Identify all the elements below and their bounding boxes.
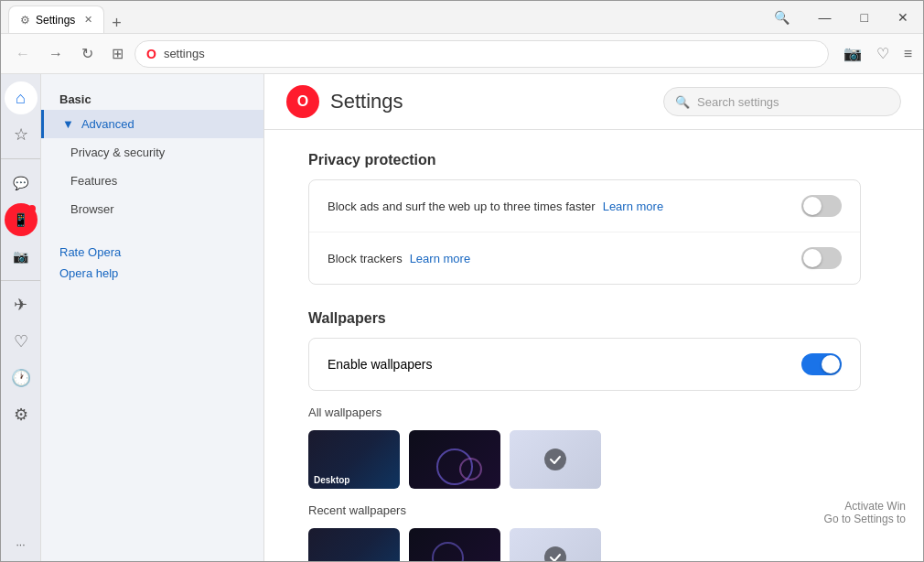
minimize-button[interactable]: — (811, 6, 839, 28)
sidebar-divider-2 (1, 280, 40, 281)
search-icon: 🔍 (675, 95, 690, 109)
activate-watermark: Activate Win Go to Settings to (824, 500, 906, 525)
content-area: O Settings 🔍 Search settings Privacy pro… (264, 74, 923, 561)
advanced-nav-item[interactable]: ▼ Advanced (41, 110, 263, 138)
search-button[interactable]: 🔍 (767, 6, 797, 28)
recent-selected-check-icon (543, 545, 568, 561)
block-ads-text: Block ads and surf the web up to three t… (328, 200, 663, 213)
back-button[interactable]: ← (8, 42, 38, 66)
recent-wallpaper-dark[interactable] (308, 528, 400, 561)
favorites-button[interactable]: ♡ (873, 41, 893, 66)
block-ads-toggle-knob (803, 197, 822, 215)
features-nav-item[interactable]: Features (41, 167, 263, 195)
sidebar-whatsapp-wrapper: 📱 (5, 203, 38, 236)
recent-wp-light-overlay (510, 528, 601, 561)
address-text: settings (164, 47, 205, 60)
tab-close-button[interactable]: ✕ (84, 14, 92, 26)
enable-wallpapers-toggle[interactable] (801, 353, 842, 375)
privacy-security-nav-item[interactable]: Privacy & security (41, 138, 263, 167)
block-trackers-learn-more[interactable]: Learn more (410, 252, 470, 265)
wp-dark-label: Desktop (314, 475, 349, 485)
content-inner: Privacy protection Block ads and surf th… (264, 130, 905, 561)
active-tab[interactable]: ⚙ Settings ✕ (8, 5, 104, 33)
opera-help-link[interactable]: Opera help (59, 266, 245, 280)
sidebar-bookmarks-button[interactable]: ☆ (5, 118, 38, 151)
svg-point-0 (544, 449, 566, 470)
wallpapers-card: Enable wallpapers (308, 338, 861, 391)
settings-body: ⌂ ☆ 💬 📱 📷 ✈ ♡ 🕐 ⚙ ··· Basic ▼ Advanced (1, 74, 923, 561)
all-wallpapers-container: All wallpapers Desktop (308, 405, 861, 489)
recent-wp-dark-bg (308, 528, 400, 561)
block-trackers-text: Block trackers Learn more (328, 252, 470, 265)
wp-light-bg (510, 430, 601, 489)
sidebar-instagram-button[interactable]: 📷 (5, 240, 38, 273)
block-ads-toggle[interactable] (801, 195, 842, 217)
wallpapers-section-title: Wallpapers (308, 310, 861, 327)
all-wallpapers-grid: Desktop (308, 430, 861, 489)
enable-wallpapers-row: Enable wallpapers (309, 339, 860, 390)
camera-button[interactable]: 📷 (840, 41, 865, 66)
advanced-label: Advanced (81, 117, 134, 131)
recent-wp-circle-1 (432, 542, 464, 561)
recent-wallpaper-abstract[interactable] (409, 528, 500, 561)
recent-wallpapers-grid (308, 528, 861, 561)
recent-wp-light-bg (510, 528, 601, 561)
wp-light-overlay (510, 430, 601, 489)
wallpaper-light-selected[interactable] (510, 430, 601, 489)
sidebar-news-button[interactable]: ✈ (5, 288, 38, 321)
search-settings-input[interactable]: 🔍 Search settings (663, 87, 901, 116)
new-tab-button[interactable]: + (104, 14, 129, 33)
rate-opera-link[interactable]: Rate Opera (59, 245, 245, 259)
features-label: Features (70, 174, 117, 188)
selected-check-icon (543, 447, 568, 472)
sidebar-toggle-button[interactable]: ≡ (900, 42, 916, 66)
settings-title-area: O Settings (286, 85, 403, 118)
browser-label: Browser (70, 202, 114, 216)
browser-nav-item[interactable]: Browser (41, 195, 263, 223)
maximize-button[interactable]: □ (854, 6, 876, 28)
close-button[interactable]: ✕ (890, 6, 916, 28)
block-ads-learn-more[interactable]: Learn more (603, 200, 663, 213)
wallpaper-abstract[interactable] (409, 430, 500, 489)
settings-header: O Settings 🔍 Search settings (264, 74, 923, 130)
window-controls: 🔍 — □ ✕ (767, 6, 916, 28)
block-trackers-label: Block trackers (328, 252, 403, 265)
address-bar[interactable]: O settings (134, 40, 829, 68)
titlebar: ⚙ Settings ✕ + 🔍 — □ ✕ (1, 1, 923, 34)
wp-circle-2 (459, 458, 482, 481)
activate-line1: Activate Win (824, 500, 906, 513)
recent-wallpapers-container: Recent wallpapers (308, 503, 861, 561)
wp-dark-bg: Desktop (308, 430, 400, 489)
sidebar-more-button[interactable]: ··· (5, 528, 38, 561)
block-trackers-toggle-knob (803, 249, 822, 267)
nav-links: Rate Opera Opera help (41, 231, 263, 295)
sidebar-settings-button[interactable]: ⚙ (5, 398, 38, 431)
privacy-section-title: Privacy protection (308, 152, 861, 168)
wallpaper-dark-desktop[interactable]: Desktop (308, 430, 400, 489)
forward-button[interactable]: → (41, 42, 70, 66)
basic-section-label: Basic (41, 89, 263, 110)
sidebar-home-button[interactable]: ⌂ (5, 81, 38, 114)
sidebar-history-button[interactable]: 🕐 (5, 362, 38, 394)
opera-logo: O (286, 85, 319, 118)
block-trackers-toggle[interactable] (801, 247, 842, 269)
opera-address-icon: O (146, 47, 156, 61)
recent-wallpaper-light-selected[interactable] (510, 528, 601, 561)
sidebar-messenger-button[interactable]: 💬 (5, 167, 38, 200)
refresh-button[interactable]: ↻ (74, 41, 101, 66)
block-ads-label: Block ads and surf the web up to three t… (328, 200, 596, 213)
tab-settings-icon: ⚙ (20, 14, 30, 27)
all-wallpapers-label: All wallpapers (308, 405, 861, 419)
wallpapers-section: Wallpapers Enable wallpapers All wallpap… (308, 310, 861, 561)
nav-panel: Basic ▼ Advanced Privacy & security Feat… (41, 74, 264, 561)
search-placeholder: Search settings (697, 95, 779, 109)
block-ads-row: Block ads and surf the web up to three t… (309, 180, 860, 232)
block-trackers-row: Block trackers Learn more (309, 232, 860, 284)
navbar: ← → ↻ ⊞ O settings 📷 ♡ ≡ (1, 34, 923, 74)
privacy-protection-section: Privacy protection Block ads and surf th… (308, 152, 861, 285)
tab-label: Settings (36, 14, 75, 27)
sidebar-icons: ⌂ ☆ 💬 📱 📷 ✈ ♡ 🕐 ⚙ ··· (1, 74, 41, 561)
grid-view-button[interactable]: ⊞ (104, 41, 131, 66)
sidebar-heart-button[interactable]: ♡ (5, 325, 38, 358)
recent-wallpapers-label: Recent wallpapers (308, 503, 861, 517)
